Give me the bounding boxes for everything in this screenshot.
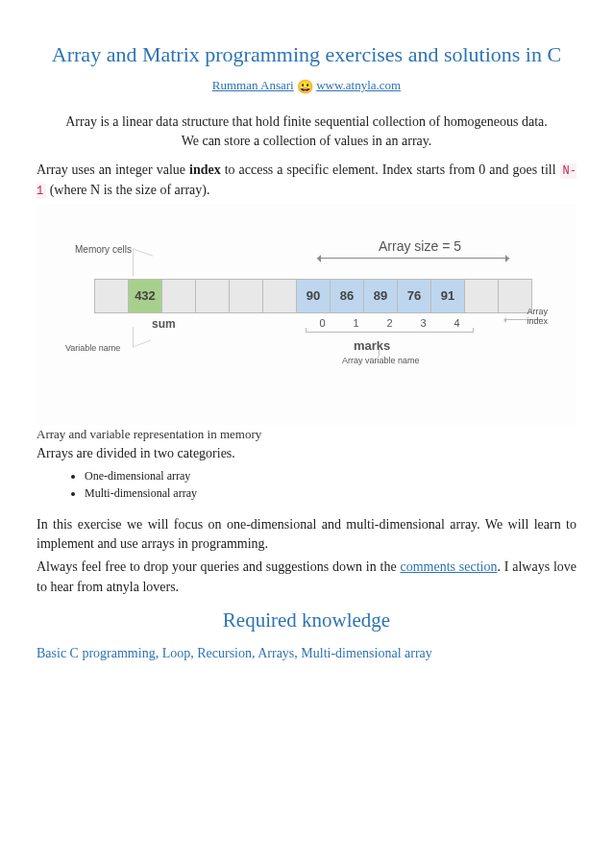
categories-heading: Arrays are divided in two categories. (37, 446, 576, 461)
cell-empty (230, 280, 263, 312)
required-knowledge-heading: Required knowledge (37, 608, 576, 632)
smile-icon: 😀 (297, 79, 313, 95)
idx: 2 (373, 317, 406, 329)
index-bold: index (189, 162, 221, 177)
site-link[interactable]: www.atnyla.com (316, 78, 401, 92)
list-item: One-dimensional array (85, 467, 576, 484)
idx: 4 (440, 317, 474, 329)
kw-multi[interactable]: Multi-dimensional array (301, 646, 431, 660)
idx: 3 (406, 317, 440, 329)
cell-arr-4: 91 (431, 280, 465, 312)
author-line: Rumman Ansari 😀 www.atnyla.com (37, 78, 576, 95)
kw-loop[interactable]: Loop (162, 646, 191, 660)
variable-name-label: Variable name (65, 343, 120, 353)
cell-empty (95, 280, 129, 312)
cell-empty (162, 280, 196, 312)
cell-arr-3: 76 (398, 280, 431, 312)
list-item: Multi-dimensional array (85, 484, 576, 502)
t: (where N is the size of array). (46, 183, 209, 197)
author-link[interactable]: Rumman Ansari (212, 78, 294, 92)
memory-row: 432 90 86 89 76 91 (94, 279, 532, 313)
intro-text: Array is a linear data structure that ho… (65, 112, 548, 152)
diagram-caption: Array and variable representation in mem… (37, 427, 576, 442)
category-list: One-dimensional array Multi-dimensional … (37, 467, 576, 502)
brace-line (306, 332, 474, 333)
cell-empty (263, 280, 297, 312)
idx: 1 (339, 317, 373, 329)
comments-link[interactable]: comments section (400, 559, 497, 574)
pointer-line (133, 320, 151, 347)
feedback-para: Always feel free to drop your queries an… (37, 558, 576, 597)
array-diagram: Memory cells Array size = 5 432 90 86 89… (37, 204, 576, 425)
index-para: Array uses an integer value index to acc… (37, 161, 576, 200)
marks-label: marks (354, 338, 390, 353)
indices-row: 0 1 2 3 4 (306, 317, 474, 329)
array-size-label: Array size = 5 (379, 238, 461, 254)
cell-empty (465, 280, 499, 312)
cell-arr-2: 89 (364, 280, 398, 312)
page-title: Array and Matrix programming exercises a… (37, 38, 576, 70)
focus-para: In this exercise we will focus on one-di… (37, 515, 576, 555)
sum-label: sum (152, 317, 176, 331)
array-var-name-label: Array variable name (342, 356, 420, 365)
cell-arr-1: 86 (331, 280, 364, 312)
arrow-icon (317, 258, 509, 259)
keywords-line: Basic C programming, Loop, Recursion, Ar… (37, 646, 576, 661)
cell-arr-0: 90 (297, 280, 331, 312)
kw-recursion[interactable]: Recursion (197, 646, 252, 660)
t: Always feel free to drop your queries an… (37, 559, 400, 574)
t: Array uses an integer value (37, 162, 189, 177)
memory-cells-label: Memory cells (75, 244, 132, 255)
kw-arrays[interactable]: Arrays (257, 646, 294, 660)
array-index-label: Arrayindex (527, 308, 548, 327)
cell-empty (196, 280, 230, 312)
idx: 0 (306, 317, 339, 329)
kw-basic-c[interactable]: Basic C programming (37, 646, 156, 660)
t: to access a specific element. Index star… (221, 162, 560, 177)
cell-sum: 432 (129, 280, 162, 312)
